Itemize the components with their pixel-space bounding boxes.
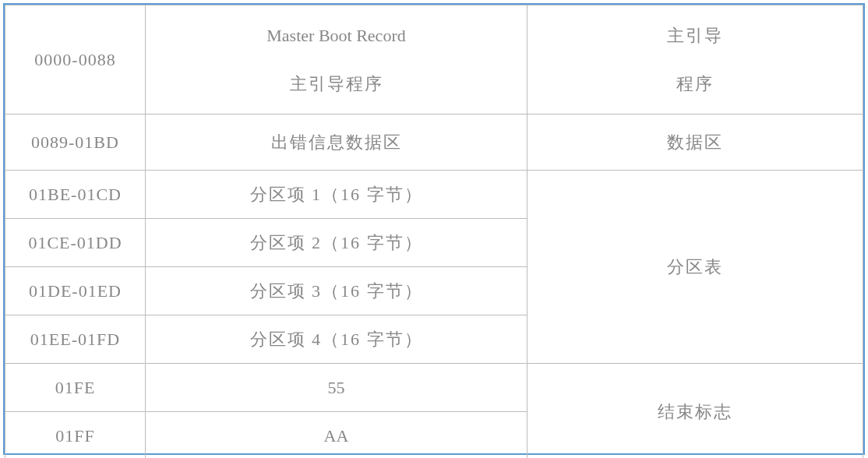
category-cell-partition: 分区表 bbox=[528, 171, 863, 364]
mbr-structure-table: 0000-0088 Master Boot Record 主引导程序 主引导 程… bbox=[3, 3, 865, 455]
offset-cell: 01FF bbox=[5, 412, 146, 458]
content-cell: 55 bbox=[146, 364, 528, 412]
table: 0000-0088 Master Boot Record 主引导程序 主引导 程… bbox=[5, 5, 863, 458]
offset-cell: 01EE-01FD bbox=[5, 315, 146, 364]
content-cell: Master Boot Record 主引导程序 bbox=[146, 5, 528, 114]
table-row: 01BE-01CD 分区项 1（16 字节） 分区表 bbox=[5, 171, 863, 219]
offset-cell: 0089-01BD bbox=[5, 114, 146, 171]
content-cell: 分区项 3（16 字节） bbox=[146, 267, 528, 315]
offset-cell: 01BE-01CD bbox=[5, 171, 146, 219]
table-row: 0000-0088 Master Boot Record 主引导程序 主引导 程… bbox=[5, 5, 863, 114]
content-cell: AA bbox=[146, 412, 528, 458]
content-chinese: 主引导程序 bbox=[152, 60, 520, 108]
category-cell-endmark: 结束标志 bbox=[528, 364, 863, 458]
content-cell: 分区项 1（16 字节） bbox=[146, 171, 528, 219]
category-line1: 主引导 bbox=[534, 12, 856, 60]
offset-cell: 01CE-01DD bbox=[5, 219, 146, 267]
category-cell: 主引导 程序 bbox=[528, 5, 863, 114]
table-row: 01FE 55 结束标志 bbox=[5, 364, 863, 412]
content-cell: 出错信息数据区 bbox=[146, 114, 528, 171]
offset-cell: 01DE-01ED bbox=[5, 267, 146, 315]
table-row: 0089-01BD 出错信息数据区 数据区 bbox=[5, 114, 863, 171]
offset-cell: 0000-0088 bbox=[5, 5, 146, 114]
category-cell: 数据区 bbox=[528, 114, 863, 171]
offset-cell: 01FE bbox=[5, 364, 146, 412]
content-english: Master Boot Record bbox=[152, 12, 520, 60]
category-line2: 程序 bbox=[534, 60, 856, 108]
content-cell: 分区项 2（16 字节） bbox=[146, 219, 528, 267]
content-cell: 分区项 4（16 字节） bbox=[146, 315, 528, 364]
